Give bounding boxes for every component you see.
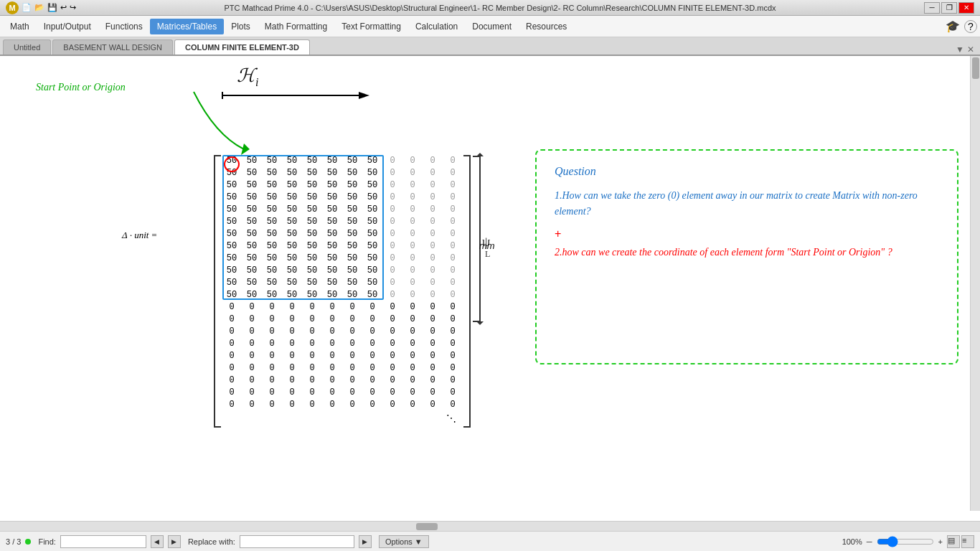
menu-input-output[interactable]: Input/Output [37,19,98,34]
tab-close-icon[interactable]: ✕ [967,44,974,55]
matrix-row: 50505050505050500000 [222,204,462,216]
tab-basement-wall[interactable]: BASEMENT WALL DESIGN [52,39,173,55]
options-button[interactable]: Options ▼ [379,535,429,548]
menu-text-formatting[interactable]: Text Formatting [334,19,408,34]
close-button[interactable]: ✕ [958,2,974,14]
menu-calculation[interactable]: Calculation [408,19,465,34]
vertical-scrollbar[interactable] [970,56,980,511]
tab-column-finite[interactable]: COLUMN FINITE ELEMENT-3D [174,39,310,55]
horizontal-scrollbar[interactable] [0,521,980,531]
replace-section: Replace with: ▶ [188,535,372,548]
plus-sign: + [555,227,939,240]
matrix-row-zero: 000000000000 [222,350,462,362]
matrix-row: 50505050505050500000 [222,289,462,301]
find-next-button[interactable]: ▶ [168,535,181,548]
matrix-row-zero: 000000000000 [222,338,462,350]
window-title: PTC Mathcad Prime 4.0 - C:\Users\ASUS\De… [76,4,924,12]
matrix-row: 50505050505050500000 [222,167,462,179]
matrix-row: 50505050505050500000 [222,155,462,167]
matrix-row: 50505050505050500000 [222,179,462,192]
question-text-2: 2.how can we create the coordinate of ea… [555,245,939,260]
restore-button[interactable]: ❐ [941,2,957,14]
app-icon: M [6,1,19,14]
matrix-rows-50: 50505050505050500000 5050505050505050000… [222,155,462,411]
toolbar-icon-open[interactable]: 📂 [34,3,44,12]
draft-view-button[interactable]: ≡ [961,535,974,548]
minimize-button[interactable]: ─ [924,2,940,14]
matrix-container: 50505050505050500000 5050505050505050000… [222,155,462,425]
menu-resources[interactable]: Resources [519,19,574,34]
matrix-row-zero: 000000000000 [222,387,462,399]
left-bracket [214,155,221,428]
page-view-button[interactable]: ▤ [947,535,960,548]
menu-plots[interactable]: Plots [224,19,258,34]
menu-matrices-tables[interactable]: Matrices/Tables [150,19,224,34]
view-buttons: ▤ ≡ [947,535,974,548]
matrix-row: 50505050505050500000 [222,240,462,253]
matrix-row: 50505050505050500000 [222,192,462,204]
find-section: Find: ◀ ▶ [38,535,180,548]
toolbar-icon-save[interactable]: 💾 [47,3,57,12]
zoom-in-icon[interactable]: + [938,537,943,546]
matrix-row-zero: 000000000000 [222,399,462,411]
matrix-continuation: ⋱ [222,413,462,425]
replace-prev-button[interactable]: ▶ [359,535,372,548]
matrix-row-zero: 000000000000 [222,375,462,387]
options-dropdown-icon: ▼ [415,537,423,546]
page-number: 3 / 3 [6,537,21,546]
page-info: 3 / 3 [6,537,31,546]
window-controls: ─ ❐ ✕ [924,2,974,14]
replace-input[interactable] [240,535,354,548]
svg-marker-8 [476,153,484,156]
status-indicator [25,539,31,545]
main-canvas: ℋi Start Point or Origion Δ · unit = [0,56,980,521]
svg-marker-1 [359,92,369,99]
vertical-bracket-svg: ψ L [469,153,491,325]
question-title: Question [555,165,939,178]
replace-label: Replace with: [188,537,235,546]
menu-bar: Math Input/Output Functions Matrices/Tab… [0,16,980,37]
title-bar: M 📄 📂 💾 ↩ ↪ PTC Mathcad Prime 4.0 - C:\U… [0,0,980,16]
svg-marker-11 [476,321,484,325]
matrix-row-zero: 000000000000 [222,362,462,375]
tab-dropdown-icon[interactable]: ▼ [956,44,964,55]
help-icon[interactable]: 🎓 [946,19,960,33]
zoom-section: 100% ─ + ▤ ≡ [842,535,974,548]
toolbar-icon-redo[interactable]: ↪ [70,3,76,12]
menu-math-formatting[interactable]: Math Formatting [258,19,334,34]
find-prev-button[interactable]: ◀ [151,535,164,548]
svg-marker-3 [241,143,250,155]
menu-math[interactable]: Math [3,19,37,34]
matrix-row: 50505050505050500000 [222,253,462,265]
tab-untitled[interactable]: Untitled [3,39,51,55]
toolbar-icon-new[interactable]: 📄 [22,3,32,12]
tab-close-area: ▼ ✕ [956,44,977,55]
question-icon[interactable]: ? [964,20,977,33]
question-box: Question 1.How can we take the zero (0) … [535,149,958,364]
status-bar: 3 / 3 Find: ◀ ▶ Replace with: ▶ Options … [0,531,980,551]
menu-document[interactable]: Document [465,19,519,34]
matrix-row: 50505050505050500000 [222,277,462,289]
matrix-label: Δ · unit = [122,230,157,241]
find-input[interactable] [60,535,146,548]
question-text-1: 1.How can we take the zero (0) element a… [555,188,939,220]
matrix-row-zero: 000000000000 [222,301,462,314]
matrix-row-zero: 000000000000 [222,314,462,326]
tab-bar: Untitled BASEMENT WALL DESIGN COLUMN FIN… [0,37,980,56]
mm-label: mm [479,240,495,251]
zoom-label: 100% [842,537,862,546]
matrix-row: 50505050505050500000 [222,228,462,240]
toolbar-icon-undo[interactable]: ↩ [60,3,67,12]
matrix-row-zero: 000000000000 [222,326,462,338]
matrix-row: 50505050505050500000 [222,216,462,228]
menu-functions[interactable]: Functions [98,19,150,34]
options-label: Options [385,537,413,546]
zoom-out-icon[interactable]: ─ [867,537,872,546]
find-label: Find: [38,537,55,546]
matrix-row: 50505050505050500000 [222,265,462,277]
zoom-slider[interactable] [877,536,934,547]
